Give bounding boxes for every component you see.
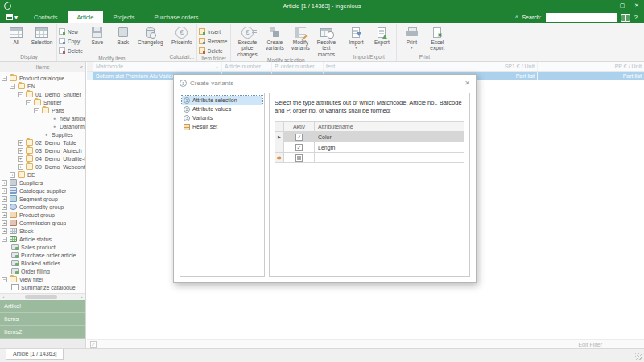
collapse-sidebar-icon[interactable]: « — [80, 62, 83, 72]
status-tab-article[interactable]: Article [1 / 14363] — [6, 349, 64, 360]
collapse-node-icon[interactable]: − — [34, 108, 39, 113]
tab-projects[interactable]: Projects — [103, 11, 144, 23]
tree-item-suppliers[interactable]: +Suppliers — [0, 179, 85, 187]
scrollbar-thumb[interactable] — [25, 295, 57, 299]
selection-button[interactable]: Selection — [29, 24, 55, 45]
minimize-button[interactable]: — — [601, 0, 615, 11]
checkbox-indeterminate[interactable] — [295, 154, 303, 162]
import-button[interactable]: Import ▾ — [343, 24, 369, 51]
scroll-left-icon[interactable]: ‹ — [0, 294, 7, 299]
column-header-pp[interactable]: PP € / Unit — [538, 62, 644, 71]
create-variants-button[interactable]: Create variants — [262, 24, 287, 51]
expand-node-icon[interactable]: + — [2, 204, 7, 210]
expand-node-icon[interactable]: + — [2, 196, 7, 202]
expand-node-icon[interactable]: + — [2, 228, 7, 234]
cell-active[interactable] — [284, 153, 315, 162]
tree-item-purchase-order-article[interactable]: Purchase order article — [0, 251, 85, 259]
expand-node-icon[interactable]: + — [18, 140, 23, 146]
tree-item-order-filling[interactable]: Order filling — [0, 267, 85, 275]
tree-item-commission-group[interactable]: +Commission group — [0, 219, 85, 227]
collapse-node-icon[interactable]: − — [2, 76, 7, 81]
tree-item-summarize-catalogue[interactable]: Summarize catalogue — [0, 283, 85, 291]
tree-item-de[interactable]: +DE — [0, 171, 85, 179]
tree-item-01-demo-shutter[interactable]: −01_Demo_Shutter — [0, 90, 85, 98]
edit-filter-link[interactable]: Edit Filter — [578, 342, 641, 348]
tree-item-product-group[interactable]: +Product group — [0, 211, 85, 219]
column-header-p-order-number[interactable]: P. order number — [272, 62, 324, 71]
app-menu-button[interactable]: ▾ — [0, 11, 24, 23]
tree-item-stock[interactable]: +Stock — [0, 227, 85, 235]
scroll-right-icon[interactable]: › — [78, 294, 85, 299]
expand-node-icon[interactable]: + — [2, 188, 7, 194]
collapse-node-icon[interactable]: − — [18, 92, 23, 97]
close-button[interactable]: ✕ — [630, 0, 644, 11]
dialog-title-bar[interactable]: 1 Create variants ✕ — [174, 75, 476, 91]
tree-item-commodity-group[interactable]: +Commodity group — [0, 203, 85, 211]
checkbox-checked[interactable]: ✓ — [295, 134, 303, 141]
insert-folder-button[interactable]: Insert — [199, 27, 228, 36]
delete-folder-button[interactable]: Delete — [199, 46, 228, 56]
cell-attributename[interactable]: Length — [315, 142, 464, 152]
save-button[interactable]: Save — [85, 24, 110, 45]
tree-item-sales-product[interactable]: Sales product — [0, 243, 85, 251]
rename-folder-button[interactable]: Rename — [199, 36, 228, 46]
tree-item-03-demo-alutech[interactable]: +03_Demo_Alutech — [0, 146, 85, 154]
excel-export-button[interactable]: ✕ Excel export — [424, 24, 450, 51]
sidebar-horizontal-scrollbar[interactable]: ‹ › — [0, 293, 85, 300]
step-result-set[interactable]: Result set — [182, 122, 262, 131]
expand-node-icon[interactable]: + — [18, 164, 23, 170]
cell-attributename[interactable]: Color — [315, 132, 464, 142]
table-row-length[interactable]: ✓ Length — [275, 142, 464, 153]
tab-contacts[interactable]: Contacts — [24, 11, 68, 23]
tree-item-datanorm-import[interactable]: ●Datanorm import — [0, 122, 85, 130]
tree-item-view-filter[interactable]: −View filter — [0, 275, 85, 283]
collapse-node-icon[interactable]: − — [2, 237, 7, 242]
tree-item-supplies[interactable]: ●Supplies — [0, 130, 85, 138]
column-header-matchcode[interactable]: Matchcode ▲ — [93, 62, 222, 71]
expand-node-icon[interactable]: + — [10, 172, 15, 178]
column-header-sp1[interactable]: SP1 € / Unit — [473, 62, 538, 71]
tree-item-blocked-articles[interactable]: Blocked articles — [0, 259, 85, 267]
delete-button[interactable]: Delete — [59, 46, 83, 56]
tree-item-09-demo-webcontrols[interactable]: +09_Demo_Webcontrols — [0, 162, 85, 171]
table-row-color[interactable]: ▶ ✓ Color — [275, 132, 464, 142]
help-icon[interactable]: ? — [634, 14, 638, 21]
tree-item-product-catalogue[interactable]: −Product catalogue — [0, 74, 85, 82]
collapse-node-icon[interactable]: − — [10, 84, 15, 89]
tree-item-catalogue-supplier[interactable]: +Catalogue supplier — [0, 187, 85, 195]
column-header-text[interactable]: text — [324, 62, 473, 71]
cell-active[interactable]: ✓ — [284, 132, 315, 142]
all-button[interactable]: All — [3, 24, 29, 45]
new-button[interactable]: New — [59, 27, 83, 36]
tree-item-parts[interactable]: −Parts — [0, 106, 85, 114]
column-header-article-number[interactable]: Article number — [222, 62, 272, 71]
collapse-ribbon-icon[interactable]: ^ — [515, 14, 518, 20]
copy-button[interactable]: Copy — [59, 36, 83, 46]
maximize-button[interactable]: ▢ — [615, 0, 630, 11]
checkbox-checked[interactable]: ✓ — [295, 144, 303, 151]
scrollbar-track[interactable] — [7, 294, 78, 300]
step-attribute-selection[interactable]: 1 Attribute selection — [182, 96, 262, 105]
modify-variants-button[interactable]: Modify variants — [287, 24, 313, 51]
cell-active[interactable]: ✓ — [284, 142, 315, 152]
step-variants[interactable]: 3 Variants — [182, 113, 262, 122]
checkbox-icon[interactable] — [11, 284, 19, 290]
print-button[interactable]: Print ▾ — [398, 24, 424, 51]
resize-grip[interactable] — [635, 353, 642, 360]
cell-attributename-empty[interactable] — [315, 153, 464, 162]
dialog-close-icon[interactable]: ✕ — [464, 80, 470, 87]
panel-button-items[interactable]: Items — [0, 313, 85, 326]
tree-item-04-demo-ultralite-doors[interactable]: +04_Demo_Ultralite-Doors — [0, 154, 85, 162]
expand-node-icon[interactable]: + — [18, 156, 23, 162]
back-button[interactable]: Back — [110, 24, 136, 45]
resolve-text-macros-button[interactable]: Resolve text macros — [313, 24, 339, 57]
tree-item-shutter[interactable]: −Shutter — [0, 98, 85, 106]
execute-price-changes-button[interactable]: € Execute price changes — [233, 24, 262, 57]
tab-article[interactable]: Article — [68, 11, 104, 23]
tree-item-article-status[interactable]: −Article status — [0, 235, 85, 243]
tree-item-en[interactable]: −EN — [0, 82, 85, 90]
binoculars-icon[interactable] — [621, 14, 630, 21]
tree-item-segment-group[interactable]: +Segment group — [0, 195, 85, 203]
panel-button-items2[interactable]: Items2 — [0, 326, 85, 339]
tab-purchase-orders[interactable]: Purchase orders — [145, 11, 208, 23]
